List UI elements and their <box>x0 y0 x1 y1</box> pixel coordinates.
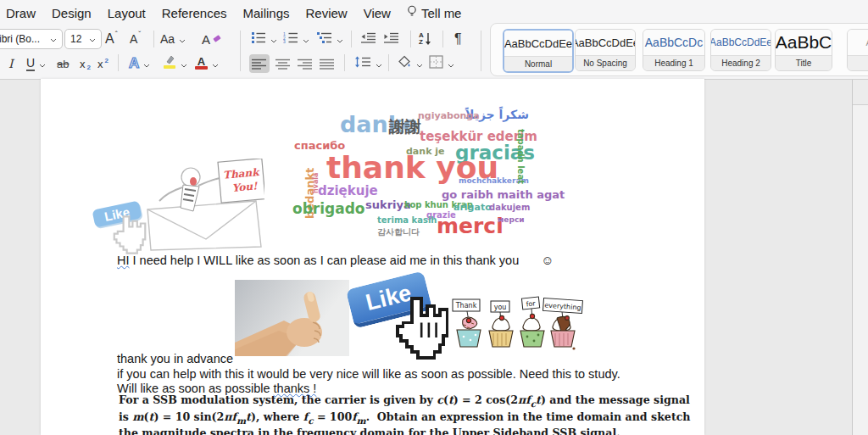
chevron-down-icon <box>143 56 150 71</box>
borders-icon <box>429 55 443 72</box>
svg-text:for: for <box>526 299 537 308</box>
superscript-button[interactable]: x2 <box>97 53 108 75</box>
divider <box>410 31 411 47</box>
wordcloud-word: hvala <box>313 173 320 193</box>
tab-draw[interactable]: Draw <box>6 6 36 20</box>
paragraph-thank-you-advance[interactable]: thank you in advance <box>117 352 233 365</box>
numbered-list-icon: 123 <box>283 31 298 47</box>
align-right-icon <box>295 54 315 73</box>
tab-layout[interactable]: Layout <box>108 6 146 20</box>
smiley-emoji: ☺ <box>541 253 554 267</box>
tab-mailings[interactable]: Mailings <box>242 6 289 20</box>
align-center-button[interactable] <box>273 53 293 75</box>
ssb-problem-image[interactable]: For a SSB modulation system, the carrier… <box>119 393 627 435</box>
sort-button[interactable]: AZ <box>419 28 431 50</box>
font-name-dropdown[interactable]: ibri (Bo... <box>0 28 63 50</box>
pixel-hand-cursor-icon <box>388 297 451 360</box>
clear-formatting-button[interactable]: A <box>202 28 221 50</box>
chevron-down-icon <box>179 31 186 47</box>
wordcloud-word: arigato <box>453 203 492 212</box>
subscript-button[interactable]: x2 <box>80 53 91 75</box>
paragraph-if-you-can-help[interactable]: if you can help with this it would be ve… <box>117 367 620 381</box>
paragraph-hi-need-help[interactable]: HI I need help I WILL like as soon as I … <box>117 253 554 267</box>
ribbon: Draw Design Layout References Mailings R… <box>0 0 868 80</box>
line-spacing-button[interactable] <box>354 53 382 75</box>
align-center-icon <box>273 54 293 73</box>
chevron-down-icon <box>212 56 219 71</box>
shading-button[interactable] <box>398 53 423 75</box>
align-right-button[interactable] <box>295 53 315 75</box>
bullets-button[interactable] <box>251 28 277 50</box>
tab-tell-me[interactable]: Tell me <box>407 5 462 20</box>
line-spacing-icon <box>354 56 371 71</box>
chevron-down-icon <box>181 56 187 71</box>
hand-cursor-icon <box>108 215 147 254</box>
like-button-cursor-image[interactable]: Like <box>348 275 456 356</box>
divider <box>344 54 345 71</box>
italic-button[interactable]: I <box>8 53 14 75</box>
style-normal[interactable]: AaBbCcDdEe Normal <box>503 29 574 73</box>
shrink-font-button[interactable]: Aˇ <box>130 28 142 50</box>
wordcloud-word: tapadh leat <box>516 129 525 184</box>
divider <box>351 31 352 47</box>
justify-button[interactable] <box>317 53 337 75</box>
chevron-down-icon <box>50 33 57 45</box>
text-effects-button[interactable]: A <box>129 53 150 75</box>
borders-button[interactable] <box>429 53 454 75</box>
highlighter-icon <box>163 54 176 73</box>
change-case-button[interactable]: Aa <box>160 28 186 50</box>
style-no-spacing[interactable]: AaBbCcDdEe No Spacing <box>575 29 636 71</box>
wordcloud-word: 謝謝 <box>389 119 421 135</box>
increase-indent-button[interactable] <box>383 28 399 50</box>
font-size-dropdown[interactable]: 12 <box>64 28 102 50</box>
align-left-button[interactable] <box>249 53 270 75</box>
style-heading-2[interactable]: AaBbCcDdEe Heading 2 <box>710 29 771 71</box>
wordcloud-word: dziękuje <box>318 185 378 198</box>
tab-review[interactable]: Review <box>306 6 348 20</box>
chevron-down-icon <box>448 56 454 71</box>
tab-design[interactable]: Design <box>52 6 92 20</box>
like-stamp-image[interactable]: Like <box>90 204 183 256</box>
document-page[interactable]: شكراً جزيلاًdanke謝謝ngiyabongaспасибоteşe… <box>41 79 704 435</box>
chevron-down-icon <box>376 56 382 71</box>
divider <box>118 54 119 71</box>
increase-indent-icon <box>383 31 399 47</box>
grow-font-button[interactable]: Aˆ <box>105 28 119 50</box>
decrease-indent-button[interactable] <box>360 28 376 50</box>
style-heading-1[interactable]: AaBbCcDc Heading 1 <box>643 29 705 71</box>
tab-references[interactable]: References <box>162 6 227 20</box>
thank-you-wordcloud-image[interactable]: شكراً جزيلاًdanke謝謝ngiyabongaспасибоteşe… <box>292 109 540 248</box>
strikethrough-button[interactable]: ab <box>57 53 69 75</box>
chevron-down-icon <box>270 31 277 47</box>
wordcloud-word: dakujem <box>489 204 530 212</box>
multilevel-list-icon <box>317 31 332 47</box>
decrease-indent-icon <box>360 31 376 47</box>
word-window: Draw Design Layout References Mailings R… <box>0 0 868 435</box>
thumbs-up-photo-image[interactable] <box>235 280 349 356</box>
eraser-icon <box>212 31 221 47</box>
style-subtle[interactable]: AaBb Su <box>847 29 868 71</box>
ribbon-tab-bar: Draw Design Layout References Mailings R… <box>6 0 461 25</box>
underline-button[interactable]: U <box>26 53 46 75</box>
arrow-down-icon <box>425 32 431 46</box>
font-color-button[interactable]: A <box>195 53 219 75</box>
highlight-button[interactable] <box>163 53 187 75</box>
bulleted-list-icon <box>251 31 266 47</box>
wordcloud-word: terima kasih <box>377 216 437 225</box>
numbering-button[interactable]: 123 <box>283 28 309 50</box>
divider <box>153 31 154 47</box>
right-panel-strip <box>852 80 868 435</box>
svg-text:3: 3 <box>283 39 286 43</box>
styles-gallery: AaBbCcDdEe Normal AaBbCcDdEe No Spacing … <box>490 23 868 76</box>
wordcloud-word: мерси <box>498 216 525 224</box>
wordcloud-word: 감사합니다 <box>377 228 420 237</box>
thank-you-cupcakes-image[interactable]: Thank you for everything <box>448 293 584 354</box>
chevron-down-icon <box>416 56 423 71</box>
multilevel-list-button[interactable] <box>317 28 343 50</box>
wordcloud-word: merci <box>437 215 504 237</box>
show-paragraph-marks-button[interactable]: ¶ <box>454 28 462 50</box>
right-panel-cap <box>853 80 868 105</box>
chevron-down-icon <box>39 56 46 71</box>
style-title[interactable]: AaBbC Title <box>775 29 832 71</box>
tab-view[interactable]: View <box>364 6 391 20</box>
